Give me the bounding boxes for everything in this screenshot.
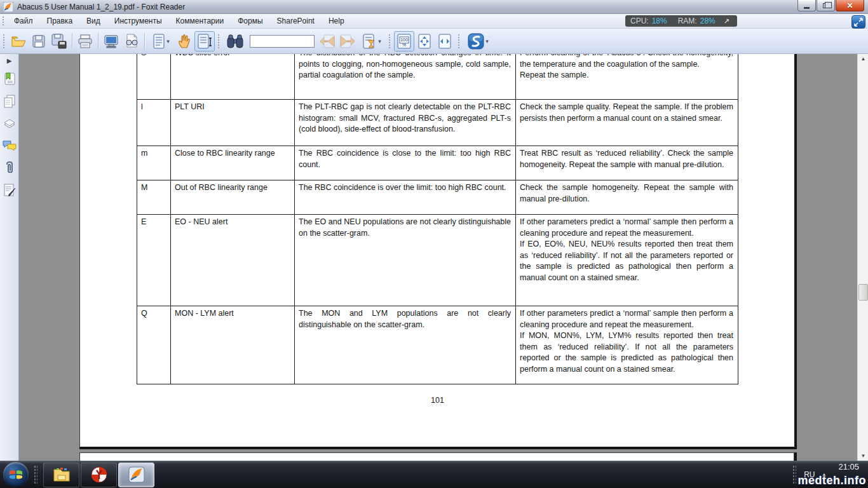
description-cell: The PLT-RBC gap is not clearly detectabl…	[295, 100, 516, 146]
page-transition-button[interactable]: ▾	[358, 31, 386, 51]
zoom-100-icon: 100 %	[397, 33, 412, 50]
explorer-folder-icon	[52, 466, 71, 483]
flag-cell: M	[137, 180, 171, 215]
plugin-s-icon	[467, 32, 485, 50]
performance-monitor-widget[interactable]: CPU: 18% RAM: 28% ↗	[625, 15, 737, 27]
scroll-up-arrow[interactable]: ▲	[858, 54, 868, 64]
signature-panel-button[interactable]	[2, 182, 17, 198]
find-button[interactable]	[223, 31, 247, 51]
description-cell: The MON and LYM populations are not clea…	[295, 306, 516, 384]
taskbar: RU ▲ 21:05 medteh.info	[0, 461, 868, 488]
hand-tool-button[interactable]	[174, 31, 194, 51]
floppy-disk-icon	[31, 34, 46, 49]
menu-comments[interactable]: Комментарии	[169, 15, 231, 27]
zoom-100-button[interactable]: 100 %	[394, 31, 414, 51]
scroll-down-arrow[interactable]: ▼	[858, 451, 868, 461]
start-button[interactable]	[3, 462, 29, 487]
previous-view-icon	[319, 34, 336, 49]
toolbar: ▾	[0, 29, 868, 54]
navigation-panel: ▶	[0, 54, 19, 461]
description-cell: The distribution of the RBC detection ch…	[295, 54, 516, 100]
action-cell: Check the sample homogeneity. Repeat the…	[516, 180, 738, 215]
action-cell: If other parameters predict a ‘normal’ s…	[516, 215, 738, 306]
binoculars-icon	[226, 34, 244, 49]
previous-view-button[interactable]	[317, 31, 337, 51]
comments-icon	[2, 139, 17, 152]
dropdown-caret-icon: ▾	[166, 38, 170, 44]
foxit-app-icon	[3, 2, 13, 12]
bookmark-icon	[3, 72, 17, 86]
select-text-button[interactable]	[194, 31, 215, 51]
perf-expand-arrow-icon[interactable]: ↗	[724, 17, 729, 25]
menu-edit[interactable]: Правка	[40, 15, 80, 27]
menu-forms[interactable]: Формы	[231, 15, 269, 27]
flag-cell: E	[137, 215, 171, 306]
print-button[interactable]	[75, 31, 95, 51]
bookmarks-panel-button[interactable]	[2, 71, 17, 86]
flag-name-cell: PLT URI	[171, 100, 295, 146]
ram-label: RAM:	[678, 17, 697, 25]
panel-expand-icon[interactable]: ▶	[4, 57, 15, 64]
pages-icon	[3, 94, 17, 108]
flag-name-cell: MON - LYM alert	[171, 306, 295, 384]
taskbar-yandex-button[interactable]	[81, 463, 117, 487]
fit-width-button[interactable]	[435, 31, 455, 51]
save-button[interactable]	[29, 31, 49, 51]
menu-sharepoint[interactable]: SharePoint	[270, 15, 322, 27]
page-hourglass-icon	[362, 33, 377, 50]
pdf-next-page-edge	[79, 452, 794, 461]
next-view-button[interactable]	[337, 31, 358, 51]
open-button[interactable]	[8, 31, 29, 51]
watermark: medteh.info	[798, 474, 867, 487]
dropdown-caret-icon: ▾	[485, 38, 489, 44]
layers-panel-button[interactable]	[2, 116, 17, 131]
flag-name-cell: Out of RBC linearity range	[171, 180, 295, 215]
description-cell: The EO and NEU populations are not clear…	[295, 215, 516, 306]
text-viewer-button[interactable]: ▾	[147, 31, 174, 51]
minimize-button[interactable]	[797, 0, 816, 11]
fullscreen-button[interactable]	[101, 31, 121, 51]
pdf-page[interactable]: S WBC slice error The distribution of th…	[79, 54, 794, 447]
printer-icon	[77, 33, 93, 50]
action-cell: Check the sample quality. Repeat the sam…	[516, 100, 738, 146]
scrollbar-thumb[interactable]	[858, 284, 868, 301]
pages-panel-button[interactable]	[2, 93, 17, 109]
next-view-icon	[339, 34, 356, 49]
flag-name-cell: Close to RBC linearity range	[171, 146, 295, 180]
taskbar-grip	[34, 465, 37, 484]
menu-file[interactable]: Файл	[7, 15, 40, 27]
save-as-button[interactable]	[49, 31, 69, 51]
description-cell: The RBC coincidence is close to the limi…	[295, 146, 516, 180]
menu-view[interactable]: Вид	[79, 15, 107, 27]
menu-tools[interactable]: Инструменты	[107, 15, 169, 27]
text-page-icon	[152, 33, 166, 50]
menu-help[interactable]: Help	[322, 15, 351, 27]
taskbar-explorer-button[interactable]	[43, 463, 79, 487]
hand-icon	[177, 34, 192, 49]
windows-logo-icon	[9, 468, 23, 481]
action-cell: Treat RBC result as ‘reduced reliability…	[516, 146, 738, 180]
restore-button[interactable]	[817, 0, 835, 11]
flag-cell: Q	[137, 306, 171, 384]
expand-overlay-icon[interactable]	[851, 15, 865, 29]
document-viewport[interactable]: S WBC slice error The distribution of th…	[20, 54, 868, 461]
plugin-button[interactable]: ▾	[463, 31, 492, 51]
cpu-label: CPU:	[630, 17, 649, 25]
clock[interactable]: 21:05	[838, 461, 859, 471]
table-row: Q MON - LYM alert The MON and LYM popula…	[137, 306, 738, 384]
flag-name-cell: EO - NEU alert	[171, 215, 295, 306]
svg-text:%: %	[402, 43, 406, 47]
floppy-save-as-icon	[51, 33, 67, 50]
fit-page-button[interactable]	[414, 31, 435, 51]
taskbar-foxit-button[interactable]	[118, 463, 154, 487]
flag-table: S WBC slice error The distribution of th…	[137, 54, 738, 384]
title-bar: Abacus 5 User Manual 1_2_19.pdf - Foxit …	[0, 0, 868, 14]
svg-text:100: 100	[400, 37, 408, 42]
attachments-panel-button[interactable]	[2, 160, 17, 175]
page-preview-icon	[123, 33, 140, 50]
vertical-scrollbar[interactable]: ▲ ▼	[857, 54, 868, 461]
comments-panel-button[interactable]	[2, 138, 17, 153]
preview-button[interactable]	[121, 31, 142, 51]
search-input[interactable]	[250, 35, 315, 48]
close-button[interactable]: ✕	[836, 0, 864, 11]
